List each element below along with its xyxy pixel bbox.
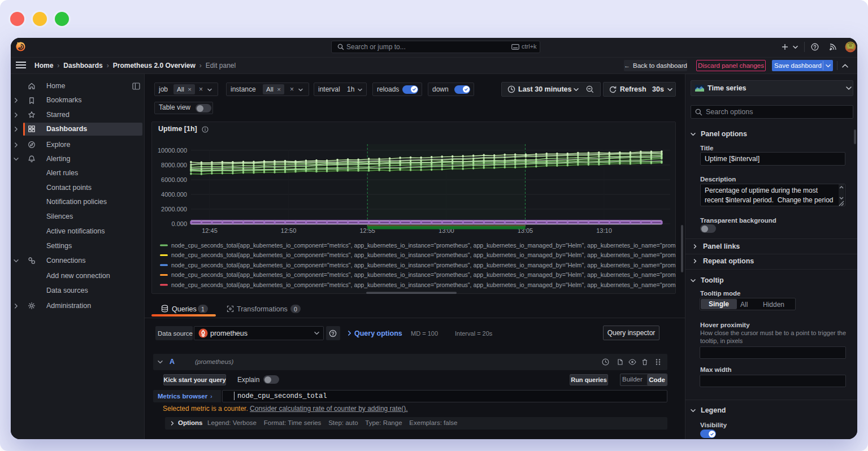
svg-text:12:50: 12:50: [281, 227, 297, 234]
svg-text:6000.000: 6000.000: [161, 176, 187, 183]
svg-text:node_cpu_seconds_total{app_kub: node_cpu_seconds_total{app_kubernetes_io…: [171, 271, 676, 278]
svg-text:8000.000: 8000.000: [161, 162, 187, 168]
svg-text:node_cpu_seconds_total{app_kub: node_cpu_seconds_total{app_kubernetes_io…: [171, 262, 676, 268]
svg-text:4000.000: 4000.000: [161, 191, 187, 198]
svg-text:node_cpu_seconds_total{app_kub: node_cpu_seconds_total{app_kubernetes_io…: [171, 281, 676, 288]
svg-text:12:45: 12:45: [202, 227, 218, 234]
svg-text:13:10: 13:10: [596, 227, 612, 234]
svg-text:node_cpu_seconds_total{app_kub: node_cpu_seconds_total{app_kubernetes_io…: [171, 242, 676, 249]
svg-text:10000.000: 10000.000: [158, 147, 187, 154]
svg-text:node_cpu_seconds_total{app_kub: node_cpu_seconds_total{app_kubernetes_io…: [171, 251, 676, 258]
svg-text:2000.000: 2000.000: [161, 206, 187, 213]
svg-text:0.000: 0.000: [171, 220, 187, 227]
